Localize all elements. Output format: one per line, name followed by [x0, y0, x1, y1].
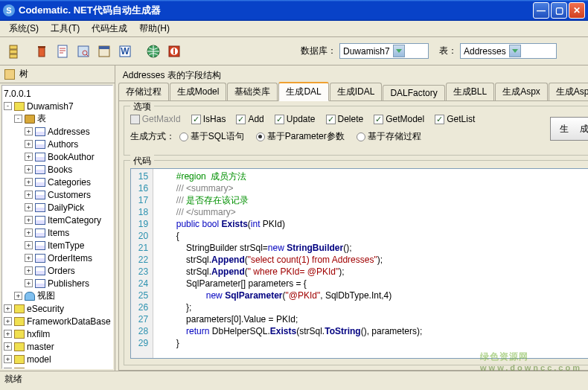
tree-table-item[interactable]: +Addresses: [4, 125, 111, 138]
tree[interactable]: 7.0.0.1 -Duwamish7 -表 +Addresses+Authors…: [1, 85, 113, 369]
check-IsHas[interactable]: IsHas: [191, 114, 226, 124]
sidebar-tab-tree[interactable]: 树: [0, 65, 115, 83]
table-combo[interactable]: Addresses: [460, 43, 557, 59]
svg-rect-4: [38, 46, 45, 48]
svg-rect-5: [58, 45, 67, 57]
tree-table-item[interactable]: +OrderItems: [4, 252, 111, 264]
check-GetList[interactable]: GetList: [435, 114, 475, 124]
toolbar: W 数据库： Duwamish7 表： Addresses: [0, 37, 588, 65]
tab-7[interactable]: 生成Aspx: [495, 83, 548, 100]
mode-label: 生成方式：: [130, 130, 175, 143]
tree-table-item[interactable]: +Authors: [4, 138, 111, 150]
code-gutter: 151617181920212223242526272829: [131, 169, 153, 358]
tree-table-item[interactable]: +DailyPick: [4, 201, 111, 214]
chevron-down-icon[interactable]: [509, 45, 521, 57]
mode-基于SQL语句[interactable]: 基于SQL语句: [179, 130, 244, 143]
tree-table-item[interactable]: +Items: [4, 226, 111, 239]
tool-connect-icon[interactable]: [4, 42, 22, 60]
radio-icon: [179, 132, 188, 141]
checkbox-icon: [435, 115, 444, 124]
tree-table-item[interactable]: +Orders: [4, 264, 111, 277]
tab-8[interactable]: 生成Aspx.Cs: [549, 83, 588, 100]
menu-tools[interactable]: 工具(T): [45, 21, 86, 36]
tree-table-item[interactable]: +Customers: [4, 188, 111, 201]
tree-table-item[interactable]: +BookAuthor: [4, 150, 111, 163]
breadcrumb: Addresses 表的字段结构: [118, 67, 588, 83]
tool-stop-icon[interactable]: [165, 42, 183, 60]
code-editor[interactable]: 151617181920212223242526272829 #region 成…: [130, 168, 588, 359]
tab-3[interactable]: 生成DAL: [278, 82, 328, 101]
tree-db-item[interactable]: +hxfilm: [4, 327, 111, 340]
check-Add[interactable]: Add: [236, 114, 263, 124]
tree-db[interactable]: -Duwamish7: [4, 100, 111, 112]
main: Addresses 表的字段结构 存储过程生成Model基础类库生成DAL生成I…: [115, 65, 588, 371]
tree-db-item[interactable]: +master: [4, 340, 111, 353]
check-GetMaxId: GetMaxId: [130, 114, 181, 124]
checkbox-icon: [191, 115, 201, 124]
tab-4[interactable]: 生成IDAL: [330, 83, 383, 100]
app-icon: S: [3, 4, 15, 16]
check-Update[interactable]: Update: [275, 114, 316, 124]
menu-system[interactable]: 系统(S): [3, 21, 45, 36]
menu-help[interactable]: 帮助(H): [133, 21, 176, 36]
chevron-down-icon[interactable]: [393, 45, 405, 57]
minimize-button[interactable]: —: [533, 2, 549, 19]
tool-query-icon[interactable]: [74, 42, 92, 60]
tab-0[interactable]: 存储过程: [118, 83, 169, 100]
tree-views-folder[interactable]: +视图: [4, 290, 111, 302]
mode-基于Parameter参数[interactable]: 基于Parameter参数: [256, 130, 345, 143]
svg-rect-16: [173, 48, 175, 54]
tree-table-item[interactable]: +ItemType: [4, 239, 111, 252]
tool-word-icon[interactable]: W: [116, 42, 134, 60]
close-button[interactable]: ✕: [569, 2, 585, 19]
svg-rect-2: [10, 54, 17, 58]
tree-tables-folder[interactable]: -表: [4, 112, 111, 125]
svg-text:W: W: [121, 46, 130, 57]
tree-db-item[interactable]: +eSecurity: [4, 302, 111, 315]
tab-2[interactable]: 基础类库: [227, 83, 278, 100]
radio-icon: [256, 132, 265, 141]
tree-db-item[interactable]: +model: [4, 353, 111, 365]
tab-1[interactable]: 生成Model: [170, 83, 227, 100]
tool-web-icon[interactable]: [144, 42, 162, 60]
maximize-button[interactable]: ▢: [551, 2, 567, 19]
db-combo[interactable]: Duwamish7: [339, 43, 429, 59]
options-group: 选项 GetMaxIdIsHasAddUpdateDeleteGetModelG…: [124, 106, 588, 156]
code-content[interactable]: #region 成员方法 /// <summary> /// 是否存在该记录 /…: [153, 169, 588, 358]
checkbox-icon: [275, 115, 284, 124]
menu-codegen[interactable]: 代码生成: [86, 21, 133, 36]
generate-button[interactable]: 生 成: [550, 117, 588, 141]
tree-table-item[interactable]: +Categories: [4, 176, 111, 188]
check-GetModel[interactable]: GetModel: [374, 114, 424, 124]
tree-db-item[interactable]: +MovieCount: [4, 365, 111, 369]
code-title: 代码: [130, 155, 154, 167]
db-label: 数据库：: [301, 45, 336, 57]
svg-rect-3: [39, 48, 45, 57]
table-label: 表：: [439, 45, 457, 57]
tool-delete-icon[interactable]: [33, 42, 51, 60]
window-title: Codematic. NET代码自动生成器: [19, 4, 531, 17]
statusbar: 就绪: [0, 371, 588, 387]
tab-6[interactable]: 生成BLL: [446, 83, 494, 100]
status-text: 就绪: [4, 373, 22, 386]
tool-design-icon[interactable]: [95, 42, 113, 60]
svg-rect-1: [10, 50, 17, 54]
tree-db-item[interactable]: +FrameworkDataBase: [4, 315, 111, 327]
tree-root[interactable]: 7.0.0.1: [4, 87, 111, 100]
menubar: 系统(S) 工具(T) 代码生成 帮助(H): [0, 21, 588, 37]
checkbox-icon: [236, 115, 246, 124]
tab-strip: 存储过程生成Model基础类库生成DAL生成IDALDALFactory生成BL…: [118, 83, 588, 101]
tree-table-item[interactable]: +ItemCategory: [4, 214, 111, 226]
sidebar: 树 7.0.0.1 -Duwamish7 -表 +Addresses+Autho…: [0, 65, 115, 371]
tree-table-item[interactable]: +Publishers: [4, 277, 111, 290]
tree-icon: [4, 69, 15, 80]
titlebar: S Codematic. NET代码自动生成器 — ▢ ✕: [0, 0, 588, 21]
mode-基于存储过程[interactable]: 基于存储过程: [357, 130, 421, 143]
sidebar-tab-label: 树: [19, 68, 28, 80]
check-Delete[interactable]: Delete: [326, 114, 364, 124]
checkbox-icon: [374, 115, 383, 124]
tree-table-item[interactable]: +Books: [4, 163, 111, 176]
code-group: 代码 151617181920212223242526272829 #regio…: [124, 160, 588, 365]
tab-5[interactable]: DALFactory: [383, 85, 444, 100]
tool-script-icon[interactable]: [54, 42, 71, 60]
